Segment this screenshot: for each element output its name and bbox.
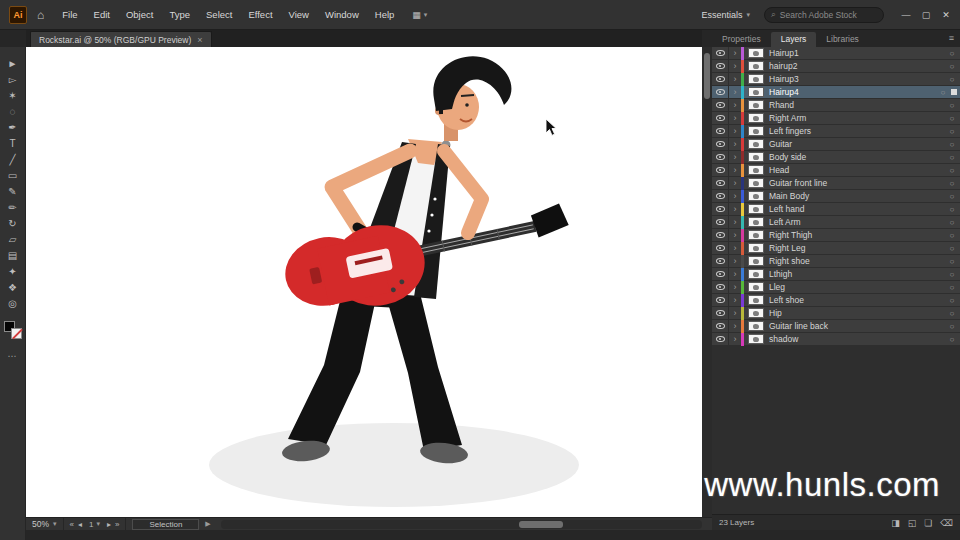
target-circle-icon[interactable]: ○ bbox=[944, 296, 960, 305]
target-circle-icon[interactable]: ○ bbox=[944, 257, 960, 266]
expand-chevron-icon[interactable]: › bbox=[729, 229, 741, 242]
close-tab-icon[interactable]: × bbox=[197, 35, 202, 45]
layer-row-right-shoe[interactable]: ›Right shoe○ bbox=[712, 255, 960, 268]
layer-row-shadow[interactable]: ›shadow○ bbox=[712, 333, 960, 346]
visibility-toggle[interactable] bbox=[712, 242, 729, 255]
next-artboard-button[interactable]: ▸ bbox=[107, 520, 111, 529]
visibility-toggle[interactable] bbox=[712, 73, 729, 86]
home-icon[interactable]: ⌂ bbox=[37, 8, 44, 22]
layer-row-hip[interactable]: ›Hip○ bbox=[712, 307, 960, 320]
layer-row-guitar-line-back[interactable]: ›Guitar line back○ bbox=[712, 320, 960, 333]
expand-chevron-icon[interactable]: › bbox=[729, 268, 741, 281]
direct-selection-tool-icon[interactable]: ▻ bbox=[2, 71, 24, 87]
make-clipping-mask-icon[interactable]: ◨ bbox=[891, 518, 900, 528]
layer-row-body-side[interactable]: ›Body side○ bbox=[712, 151, 960, 164]
target-circle-icon[interactable]: ○ bbox=[944, 231, 960, 240]
fill-stroke-swatches[interactable] bbox=[4, 321, 22, 339]
target-circle-icon[interactable]: ○ bbox=[944, 179, 960, 188]
workspace-switcher[interactable]: Essentials ▾ bbox=[701, 10, 750, 20]
expand-chevron-icon[interactable]: › bbox=[729, 242, 741, 255]
tab-properties[interactable]: Properties bbox=[712, 32, 771, 47]
last-artboard-button[interactable]: » bbox=[115, 520, 119, 529]
layer-row-hairup3[interactable]: ›Hairup3○ bbox=[712, 73, 960, 86]
eyedropper-tool-icon[interactable]: ✦ bbox=[2, 263, 24, 279]
expand-chevron-icon[interactable]: › bbox=[729, 138, 741, 151]
expand-chevron-icon[interactable]: › bbox=[729, 255, 741, 268]
target-circle-icon[interactable]: ○ bbox=[935, 88, 951, 97]
rotate-tool-icon[interactable]: ↻ bbox=[2, 215, 24, 231]
target-circle-icon[interactable]: ○ bbox=[944, 270, 960, 279]
visibility-toggle[interactable] bbox=[712, 216, 729, 229]
expand-chevron-icon[interactable]: › bbox=[729, 125, 741, 138]
visibility-toggle[interactable] bbox=[712, 320, 729, 333]
menu-edit[interactable]: Edit bbox=[86, 0, 118, 30]
visibility-toggle[interactable] bbox=[712, 333, 729, 346]
visibility-toggle[interactable] bbox=[712, 138, 729, 151]
visibility-toggle[interactable] bbox=[712, 86, 729, 99]
expand-chevron-icon[interactable]: › bbox=[729, 112, 741, 125]
expand-chevron-icon[interactable]: › bbox=[729, 307, 741, 320]
menu-type[interactable]: Type bbox=[161, 0, 198, 30]
layer-row-right-thigh[interactable]: ›Right Thigh○ bbox=[712, 229, 960, 242]
menu-select[interactable]: Select bbox=[198, 0, 240, 30]
layer-row-left-fingers[interactable]: ›Left fingers○ bbox=[712, 125, 960, 138]
visibility-toggle[interactable] bbox=[712, 164, 729, 177]
stock-search-input[interactable]: ⌕ Search Adobe Stock bbox=[764, 7, 884, 23]
expand-chevron-icon[interactable]: › bbox=[729, 320, 741, 333]
first-artboard-button[interactable]: « bbox=[70, 520, 74, 529]
expand-chevron-icon[interactable]: › bbox=[729, 164, 741, 177]
gradient-tool-icon[interactable]: ▤ bbox=[2, 247, 24, 263]
vertical-scroll-thumb[interactable] bbox=[704, 53, 710, 99]
target-circle-icon[interactable]: ○ bbox=[944, 75, 960, 84]
target-circle-icon[interactable]: ○ bbox=[944, 192, 960, 201]
status-expand-icon[interactable]: ▶ bbox=[205, 520, 210, 528]
target-circle-icon[interactable]: ○ bbox=[944, 101, 960, 110]
visibility-toggle[interactable] bbox=[712, 112, 729, 125]
layer-row-guitar-front-line[interactable]: ›Guitar front line○ bbox=[712, 177, 960, 190]
target-circle-icon[interactable]: ○ bbox=[944, 114, 960, 123]
pen-tool-icon[interactable]: ✒ bbox=[2, 119, 24, 135]
visibility-toggle[interactable] bbox=[712, 203, 729, 216]
stroke-swatch[interactable] bbox=[11, 328, 22, 339]
target-circle-icon[interactable]: ○ bbox=[944, 335, 960, 344]
expand-chevron-icon[interactable]: › bbox=[729, 99, 741, 112]
layer-row-hairup2[interactable]: ›hairup2○ bbox=[712, 60, 960, 73]
pencil-tool-icon[interactable]: ✏ bbox=[2, 199, 24, 215]
expand-chevron-icon[interactable]: › bbox=[729, 60, 741, 73]
close-button[interactable]: ✕ bbox=[936, 0, 956, 30]
expand-chevron-icon[interactable]: › bbox=[729, 47, 741, 60]
tab-layers[interactable]: Layers bbox=[771, 32, 817, 47]
layer-row-head[interactable]: ›Head○ bbox=[712, 164, 960, 177]
target-circle-icon[interactable]: ○ bbox=[944, 166, 960, 175]
illustrator-app-icon[interactable]: Ai bbox=[9, 6, 27, 24]
scale-tool-icon[interactable]: ▱ bbox=[2, 231, 24, 247]
layer-row-lleg[interactable]: ›Lleg○ bbox=[712, 281, 960, 294]
layer-row-hairup1[interactable]: ›Hairup1○ bbox=[712, 47, 960, 60]
new-layer-icon[interactable]: ❏ bbox=[924, 518, 932, 528]
target-circle-icon[interactable]: ○ bbox=[944, 244, 960, 253]
visibility-toggle[interactable] bbox=[712, 294, 729, 307]
horizontal-scrollbar[interactable] bbox=[221, 520, 702, 529]
visibility-toggle[interactable] bbox=[712, 229, 729, 242]
delete-layer-icon[interactable]: ⌫ bbox=[940, 518, 953, 528]
panel-menu-icon[interactable]: ≡ bbox=[949, 30, 954, 47]
layer-row-lthigh[interactable]: ›Lthigh○ bbox=[712, 268, 960, 281]
menu-object[interactable]: Object bbox=[118, 0, 161, 30]
menu-file[interactable]: File bbox=[54, 0, 85, 30]
layer-row-left-shoe[interactable]: ›Left shoe○ bbox=[712, 294, 960, 307]
vertical-scrollbar[interactable] bbox=[702, 47, 712, 517]
lasso-tool-icon[interactable]: ◌ bbox=[2, 103, 24, 119]
menu-view[interactable]: View bbox=[281, 0, 317, 30]
zoom-level-select[interactable]: 50% ▾ bbox=[26, 518, 64, 530]
expand-chevron-icon[interactable]: › bbox=[729, 216, 741, 229]
artboard-number-select[interactable]: 1 ▾ bbox=[86, 520, 103, 529]
menu-help[interactable]: Help bbox=[367, 0, 403, 30]
layer-row-guitar[interactable]: ›Guitar○ bbox=[712, 138, 960, 151]
visibility-toggle[interactable] bbox=[712, 281, 729, 294]
visibility-toggle[interactable] bbox=[712, 47, 729, 60]
create-sublayer-icon[interactable]: ◱ bbox=[908, 518, 917, 528]
target-circle-icon[interactable]: ○ bbox=[944, 127, 960, 136]
visibility-toggle[interactable] bbox=[712, 151, 729, 164]
document-tab[interactable]: Rockstar.ai @ 50% (RGB/GPU Preview) × bbox=[30, 31, 212, 47]
expand-chevron-icon[interactable]: › bbox=[729, 151, 741, 164]
